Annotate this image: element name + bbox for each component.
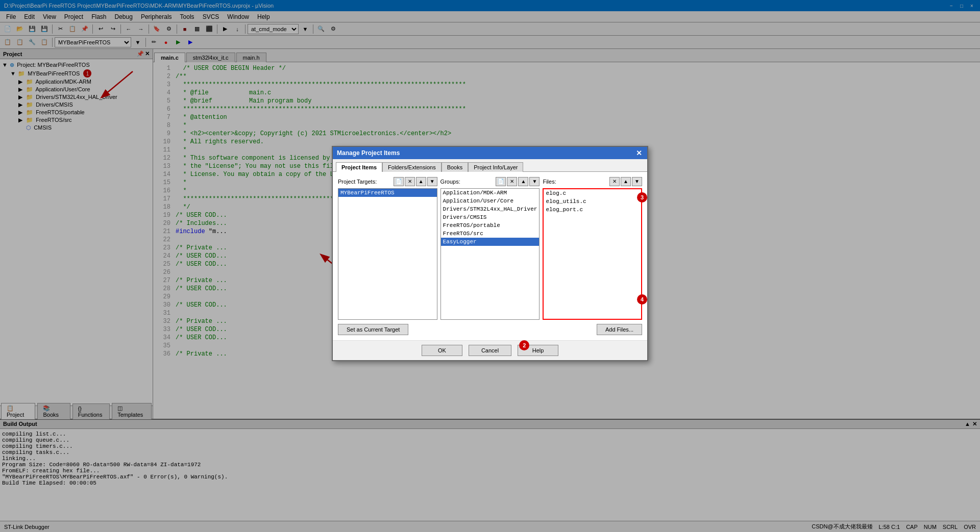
project-targets-column: Project Targets: 📄 ✕ ▲ ▼ MYBearPiFreeRTO…: [338, 177, 437, 320]
modal-tab-project-items[interactable]: Project Items: [336, 162, 382, 172]
modal-body: Project Targets: 📄 ✕ ▲ ▼ MYBearPiFreeRTO…: [333, 172, 647, 340]
targets-add-btn[interactable]: 📄: [394, 177, 404, 186]
groups-up-btn[interactable]: ▲: [518, 177, 528, 186]
add-files-btn[interactable]: Add Files...: [597, 324, 642, 335]
modal-tab-folders[interactable]: Folders/Extensions: [382, 162, 442, 172]
target-item-mybear[interactable]: MYBearPiFreeRTOS: [338, 189, 437, 197]
groups-add-btn[interactable]: 📄: [496, 177, 506, 186]
group-easylogger[interactable]: EasyLogger: [441, 238, 540, 246]
group-app-user[interactable]: Application/User/Core: [441, 197, 540, 205]
group-app-mdk[interactable]: Application/MDK-ARM: [441, 189, 540, 197]
modal-tab-bar: Project Items Folders/Extensions Books P…: [333, 159, 647, 172]
annotation-2: 2: [519, 340, 529, 350]
targets-del-btn[interactable]: ✕: [405, 177, 415, 186]
set-current-target-btn[interactable]: Set as Current Target: [338, 324, 408, 335]
modal-tab-books[interactable]: Books: [442, 162, 469, 172]
files-down-btn[interactable]: ▼: [632, 177, 642, 186]
groups-list[interactable]: Application/MDK-ARM Application/User/Cor…: [440, 188, 540, 320]
modal-tab-project-info[interactable]: Project Info/Layer: [468, 162, 523, 172]
modal-overlay[interactable]: Manage Project Items ✕ Project Items Fol…: [0, 0, 980, 532]
group-drivers-hal[interactable]: Drivers/STM32L4xx_HAL_Driver: [441, 205, 540, 213]
modal-close-btn[interactable]: ✕: [635, 149, 643, 157]
file-elog-utils-c[interactable]: elog_utils.c: [544, 197, 641, 206]
project-targets-label: Project Targets:: [338, 179, 377, 185]
annotation-4: 4: [637, 294, 647, 305]
modal-cancel-btn[interactable]: Cancel: [469, 345, 511, 356]
groups-down-btn[interactable]: ▼: [529, 177, 540, 186]
annotation-3: 3: [637, 192, 647, 202]
group-drivers-cmsis[interactable]: Drivers/CMSIS: [441, 213, 540, 221]
files-list[interactable]: elog.c elog_utils.c elog_port.c: [543, 188, 642, 320]
targets-down-btn[interactable]: ▼: [427, 177, 437, 186]
manage-project-dialog: Manage Project Items ✕ Project Items Fol…: [332, 146, 648, 361]
targets-up-btn[interactable]: ▲: [416, 177, 426, 186]
files-up-btn[interactable]: ▲: [621, 177, 631, 186]
files-del-btn[interactable]: ✕: [609, 177, 620, 186]
modal-ok-btn[interactable]: OK: [422, 345, 462, 356]
group-freertos-src[interactable]: FreeRTOS/src: [441, 230, 540, 238]
groups-column: Groups: 📄 ✕ ▲ ▼ Application/MDK-ARM Appl…: [440, 177, 540, 320]
file-elog-port-c[interactable]: elog_port.c: [544, 206, 641, 214]
group-freertos-portable[interactable]: FreeRTOS/portable: [441, 221, 540, 230]
modal-title-text: Manage Project Items: [337, 149, 400, 157]
files-label: Files:: [543, 179, 556, 185]
modal-bottom-btns: OK Cancel Help: [333, 340, 647, 360]
project-targets-list[interactable]: MYBearPiFreeRTOS: [338, 188, 437, 320]
groups-del-btn[interactable]: ✕: [507, 177, 517, 186]
modal-title-bar: Manage Project Items ✕: [333, 147, 647, 159]
groups-label: Groups:: [440, 179, 460, 185]
file-elog-c[interactable]: elog.c: [544, 189, 641, 197]
files-column: Files: ✕ ▲ ▼ elog.c elog_utils.c elog_po…: [543, 177, 642, 320]
